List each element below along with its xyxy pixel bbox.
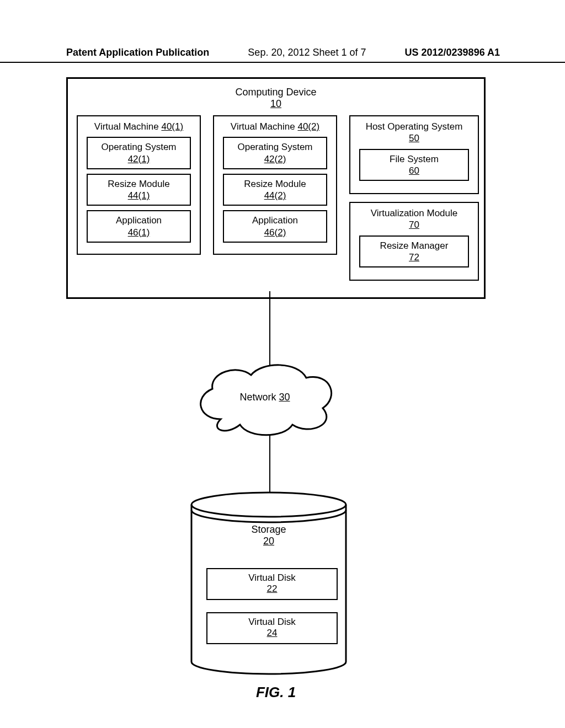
vm2-resize-ref: 44(2)	[264, 190, 286, 201]
virtual-disk-1-box: Virtual Disk 22	[206, 568, 338, 600]
vm1-box: Virtual Machine 40(1) Operating System 4…	[77, 115, 201, 255]
vm1-os-ref: 42(1)	[128, 154, 150, 164]
connector-network-to-storage	[269, 435, 270, 493]
host-ref: 50	[409, 133, 419, 143]
vd1-ref: 22	[267, 584, 278, 594]
vm2-os-box: Operating System 42(2)	[223, 137, 327, 169]
vd2-ref: 24	[267, 628, 278, 638]
virt-title: Virtualization Module	[371, 208, 458, 218]
vm1-title: Virtual Machine 40(1)	[81, 121, 196, 132]
vm2-app-box: Application 46(2)	[223, 210, 327, 243]
resize-manager-box: Resize Manager 72	[359, 235, 469, 268]
device-ref: 10	[270, 98, 281, 109]
host-os-box: Host Operating System 50 File System 60	[349, 115, 479, 194]
vm2-box: Virtual Machine 40(2) Operating System 4…	[213, 115, 337, 255]
vm1-app-label: Application	[116, 215, 162, 226]
svg-point-0	[191, 493, 346, 517]
vm2-os-ref: 42(2)	[264, 154, 286, 164]
network-label: Network 30	[188, 392, 342, 403]
vm2-resize-label: Resize Module	[244, 179, 306, 189]
vm2-title: Virtual Machine 40(2)	[217, 121, 333, 132]
vm1-column: Virtual Machine 40(1) Operating System 4…	[77, 115, 201, 255]
vd2-label: Virtual Disk	[248, 617, 296, 627]
vm1-resize-ref: 44(1)	[128, 190, 150, 201]
header-right: US 2012/0239896 A1	[405, 47, 500, 58]
vd1-label: Virtual Disk	[248, 572, 296, 583]
vm1-title-prefix: Virtual Machine	[94, 121, 162, 132]
vm1-resize-label: Resize Module	[108, 179, 169, 189]
file-system-box: File System 60	[359, 149, 469, 181]
vm2-app-label: Application	[252, 215, 298, 226]
fs-ref: 60	[409, 165, 419, 176]
vm2-ref: 40(2)	[297, 121, 319, 132]
storage-label: Storage 20	[189, 524, 349, 547]
page-header: Patent Application Publication Sep. 20, …	[0, 47, 565, 63]
network-text: Network	[239, 392, 279, 403]
vm1-app-ref: 46(1)	[128, 227, 150, 238]
virtual-disk-2-box: Virtual Disk 24	[206, 612, 338, 644]
vm2-app-ref: 46(2)	[264, 227, 286, 238]
rm-label: Resize Manager	[380, 240, 449, 251]
vm2-os-label: Operating System	[237, 142, 312, 152]
vm1-ref: 40(1)	[161, 121, 183, 132]
fs-label: File System	[390, 154, 439, 164]
storage-text: Storage	[251, 524, 286, 535]
computing-device-box: Computing Device 10 Virtual Machine 40(1…	[66, 77, 486, 299]
storage-cylinder: Storage 20 Virtual Disk 22 Virtual Disk …	[189, 491, 349, 678]
vm1-os-label: Operating System	[101, 142, 176, 152]
network-ref: 30	[279, 392, 290, 403]
vm2-title-prefix: Virtual Machine	[231, 121, 298, 132]
virtualization-box: Virtualization Module 70 Resize Manager …	[349, 202, 479, 281]
header-left: Patent Application Publication	[66, 47, 209, 58]
vm2-column: Virtual Machine 40(2) Operating System 4…	[213, 115, 337, 255]
rm-ref: 72	[409, 252, 419, 263]
figure-area: Computing Device 10 Virtual Machine 40(1…	[66, 77, 502, 684]
host-column: Host Operating System 50 File System 60 …	[349, 115, 479, 281]
network-cloud: Network 30	[188, 358, 342, 441]
virt-ref: 70	[409, 220, 419, 230]
vm2-resize-box: Resize Module 44(2)	[223, 174, 327, 206]
vm1-resize-box: Resize Module 44(1)	[87, 174, 191, 206]
device-columns: Virtual Machine 40(1) Operating System 4…	[77, 115, 475, 281]
host-title: Host Operating System	[366, 121, 463, 132]
header-center: Sep. 20, 2012 Sheet 1 of 7	[248, 47, 366, 58]
computing-device-title: Computing Device 10	[77, 87, 475, 110]
figure-label: FIG. 1	[66, 684, 486, 701]
device-title-text: Computing Device	[235, 87, 316, 98]
connector-device-to-network	[269, 291, 270, 366]
vm1-app-box: Application 46(1)	[87, 210, 191, 243]
vm1-os-box: Operating System 42(1)	[87, 137, 191, 169]
storage-ref: 20	[263, 536, 274, 547]
